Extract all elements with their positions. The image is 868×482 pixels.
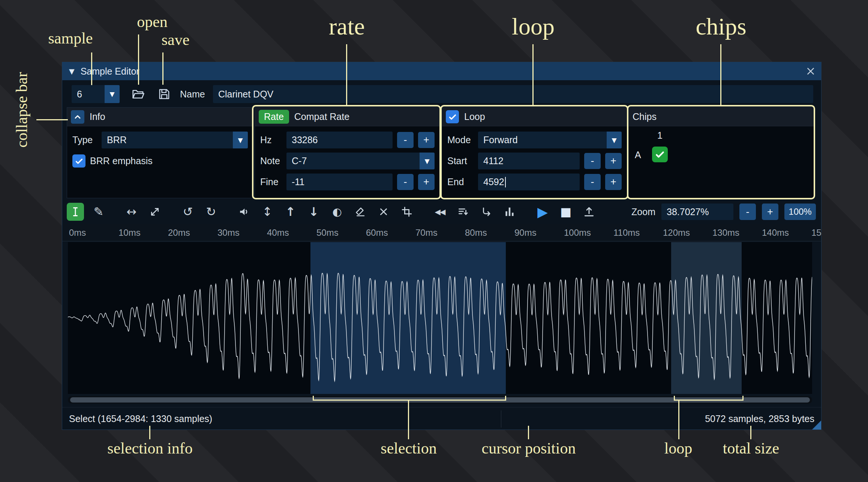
hz-increment-button[interactable]: + xyxy=(418,132,435,148)
close-icon xyxy=(806,66,816,76)
draw-mode-button[interactable]: ✎ xyxy=(90,203,107,221)
fine-decrement-button[interactable]: - xyxy=(397,174,414,190)
sample-name-input[interactable]: Clarinet DQV xyxy=(213,85,813,103)
fade-out-button[interactable]: ↓ xyxy=(305,203,322,221)
loop-end-increment-button[interactable]: + xyxy=(605,174,622,190)
rate-panel: Rate Compat Rate Hz 33286 - + Note C-7 ▼ xyxy=(255,107,440,198)
chip-column-header: 1 xyxy=(657,130,663,141)
sample-selector[interactable]: 6 ▼ xyxy=(72,85,120,103)
zoom-out-button[interactable]: - xyxy=(739,204,756,220)
annotation-line-open xyxy=(138,34,139,85)
loop-panel-header: Loop xyxy=(442,108,627,126)
preview-sample-button[interactable] xyxy=(235,203,253,221)
undo-button[interactable]: ↺ xyxy=(179,203,196,221)
x-mark-icon xyxy=(379,207,388,217)
note-select-arrow[interactable]: ▼ xyxy=(420,153,435,169)
loop-mode-select[interactable]: Forward ▼ xyxy=(478,132,622,148)
open-sample-button[interactable] xyxy=(129,85,148,103)
annotation-open: open xyxy=(137,13,168,31)
chevron-up-icon xyxy=(73,112,82,121)
note-select[interactable]: C-7 ▼ xyxy=(286,153,435,169)
normalize-button[interactable]: ↕ xyxy=(259,203,276,221)
ruler-tick: 70ms xyxy=(415,228,438,238)
play-button[interactable]: ▶ xyxy=(534,203,551,221)
window-collapse-icon[interactable]: ▼ xyxy=(69,67,75,75)
annotation-line-sample xyxy=(91,52,92,85)
invert-button[interactable]: ◐ xyxy=(328,203,346,221)
loop-bracket xyxy=(674,400,744,401)
select-mode-button[interactable] xyxy=(67,203,84,221)
window-titlebar[interactable]: ▼ Sample Editor xyxy=(62,62,821,80)
eraser-icon xyxy=(355,206,366,217)
save-sample-button[interactable] xyxy=(155,85,173,103)
collapse-panel-button[interactable] xyxy=(71,110,84,124)
delete-button[interactable] xyxy=(375,203,392,221)
resize-grip[interactable] xyxy=(812,421,821,430)
loop-start-input[interactable]: 4112 xyxy=(478,153,580,169)
loop-end-decrement-button[interactable]: - xyxy=(584,174,601,190)
type-label: Type xyxy=(72,135,97,145)
silence-button[interactable] xyxy=(352,203,369,221)
loop-start-decrement-button[interactable]: - xyxy=(584,153,601,169)
chevron-down-icon: ▼ xyxy=(612,136,616,144)
hz-input[interactable]: 33286 xyxy=(286,132,393,148)
loop-end-input[interactable]: 4592 xyxy=(478,174,580,190)
export-button[interactable] xyxy=(580,203,598,221)
zoom-controls: Zoom 38.7027% - + 100% xyxy=(631,204,816,220)
annotation-selection: selection xyxy=(381,439,436,457)
fine-increment-button[interactable]: + xyxy=(418,174,435,190)
brr-emphasis-checkbox[interactable] xyxy=(72,154,85,168)
stop-icon: ■ xyxy=(560,205,571,219)
zoom-input[interactable]: 38.7027% xyxy=(661,204,733,220)
sample-editor-window: ▼ Sample Editor 6 ▼ Name Clarinet DQV xyxy=(62,62,822,430)
sample-type-select[interactable]: BRR ▼ xyxy=(102,132,248,148)
chip-enable-toggle[interactable] xyxy=(652,147,668,162)
sample-selector-arrow[interactable]: ▼ xyxy=(105,85,120,103)
downsample-button[interactable] xyxy=(478,203,495,221)
chips-panel-title: Chips xyxy=(633,111,657,122)
status-bar: Select (1654-2984: 1330 samples) 5072 sa… xyxy=(62,407,821,430)
speaker-icon xyxy=(238,206,250,218)
ruler-tick: 20ms xyxy=(168,228,190,238)
brr-emphasis-label: BRR emphasis xyxy=(90,156,153,166)
half-circle-icon: ◐ xyxy=(332,205,342,218)
fine-value: -11 xyxy=(292,177,304,187)
ruler-tick: 80ms xyxy=(465,228,487,238)
fine-input[interactable]: -11 xyxy=(286,174,393,190)
redo-button[interactable]: ↻ xyxy=(202,203,220,221)
ruler-tick: 40ms xyxy=(267,228,289,238)
selection-bracket xyxy=(313,400,506,401)
hz-label: Hz xyxy=(260,135,282,145)
zoom-reset-button[interactable]: 100% xyxy=(784,204,816,220)
loop-start-increment-button[interactable]: + xyxy=(605,153,622,169)
resize-button[interactable]: ↔ xyxy=(123,203,140,221)
annotation-line-rate xyxy=(346,44,347,106)
spectrum-button[interactable] xyxy=(501,203,518,221)
loop-mode-arrow[interactable]: ▼ xyxy=(607,132,622,148)
zoom-in-button[interactable]: + xyxy=(762,204,778,220)
stop-button[interactable]: ■ xyxy=(557,203,574,221)
fade-in-button[interactable]: ↑ xyxy=(282,203,299,221)
sample-toolbar: ✎ ↔ ↺ ↻ ↕ ↑ ↓ ◐ ◀◀ xyxy=(67,202,816,221)
ruler-tick: 10ms xyxy=(118,228,141,238)
filter-button[interactable] xyxy=(454,203,472,221)
trim-button[interactable] xyxy=(398,203,415,221)
sample-type-arrow[interactable]: ▼ xyxy=(233,132,248,148)
ruler-tick: 120ms xyxy=(663,228,690,238)
reverse-button[interactable]: ◀◀ xyxy=(431,203,448,221)
arrow-up-icon: ↑ xyxy=(286,205,296,219)
horizontal-arrows-icon: ↔ xyxy=(127,205,137,219)
hz-decrement-button[interactable]: - xyxy=(397,132,414,148)
resample-button[interactable] xyxy=(146,203,163,221)
close-button[interactable] xyxy=(803,64,818,79)
sample-type-value: BRR xyxy=(102,132,233,148)
loop-start-label: Start xyxy=(447,156,474,166)
play-icon: ▶ xyxy=(537,204,548,220)
loop-enable-checkbox[interactable] xyxy=(446,110,459,123)
ruler-tick: 30ms xyxy=(217,228,240,238)
ruler-tick: 100ms xyxy=(564,228,591,238)
waveform-display[interactable] xyxy=(68,242,812,394)
info-panel-header: Info xyxy=(67,108,253,126)
rate-panel-header: Rate Compat Rate xyxy=(255,108,440,126)
annotation-line-collapse xyxy=(36,119,68,120)
